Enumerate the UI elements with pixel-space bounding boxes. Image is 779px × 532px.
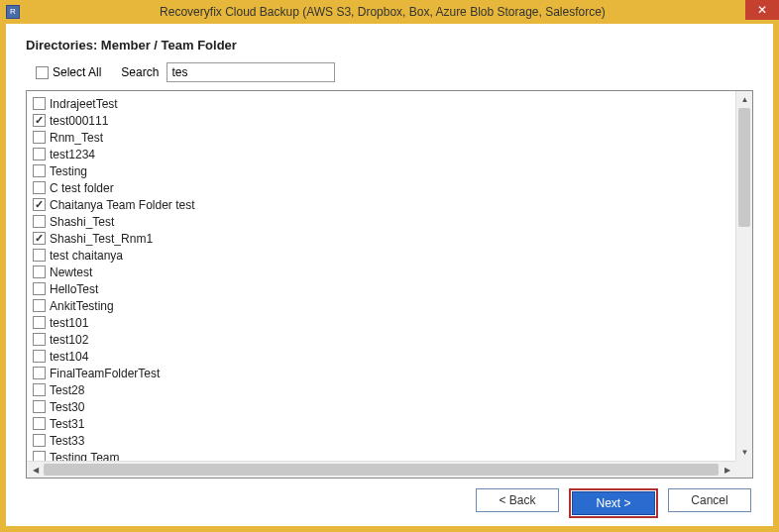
folder-label[interactable]: Test33 [50, 434, 84, 448]
list-item: C test folder [33, 179, 729, 196]
list-item: Testing Team [33, 449, 729, 461]
folder-label[interactable]: AnkitTesting [50, 299, 114, 313]
folder-checkbox[interactable] [33, 350, 46, 363]
folder-checkbox[interactable] [33, 181, 46, 194]
page-heading: Directories: Member / Team Folder [26, 38, 753, 53]
app-window: R Recoveryfix Cloud Backup (AWS S3, Drop… [0, 0, 779, 532]
vscroll-thumb[interactable] [738, 108, 750, 227]
folder-label[interactable]: Rnm_Test [50, 131, 103, 145]
controls-row: Select All Search [36, 62, 753, 82]
list-item: Shashi_Test_Rnm1 [33, 230, 729, 247]
folder-label[interactable]: HelloTest [50, 282, 98, 296]
folder-label[interactable]: FinalTeamFolderTest [50, 367, 160, 380]
list-item: test101 [33, 314, 729, 331]
folder-label[interactable]: test1234 [50, 148, 95, 161]
content-area: Directories: Member / Team Folder Select… [6, 24, 773, 526]
folder-checkbox[interactable] [33, 97, 46, 110]
folder-checkbox[interactable] [33, 131, 46, 144]
list-item: Test30 [33, 398, 729, 415]
hscroll-thumb[interactable] [44, 464, 719, 476]
cancel-button[interactable]: Cancel [668, 488, 751, 512]
folder-label[interactable]: Shashi_Test [50, 215, 114, 229]
titlebar: R Recoveryfix Cloud Backup (AWS S3, Drop… [0, 0, 779, 24]
folder-checkbox[interactable] [33, 232, 46, 245]
folder-checkbox[interactable] [33, 148, 46, 160]
list-item: test104 [33, 348, 729, 365]
folder-label[interactable]: Test28 [50, 383, 84, 397]
select-all-checkbox[interactable] [36, 66, 49, 79]
folder-label[interactable]: test101 [50, 316, 88, 330]
close-button[interactable]: ✕ [745, 0, 779, 20]
folder-checkbox[interactable] [33, 367, 46, 379]
list-item: Testing [33, 162, 729, 179]
folder-label[interactable]: test chaitanya [50, 249, 123, 263]
list-item: FinalTeamFolderTest [33, 365, 729, 381]
back-button-wrap: < Back [476, 488, 559, 518]
list-item: HelloTest [33, 280, 729, 297]
list-item: Test31 [33, 415, 729, 432]
folder-label[interactable]: test102 [50, 333, 88, 347]
scroll-corner [735, 461, 752, 478]
folder-checkbox[interactable] [33, 164, 46, 177]
folder-checkbox[interactable] [33, 316, 46, 329]
scroll-down-icon[interactable]: ▼ [736, 444, 753, 461]
search-group: Search [121, 62, 335, 82]
list-item: test chaitanya [33, 247, 729, 264]
folder-checkbox[interactable] [33, 282, 46, 295]
folder-label[interactable]: Test31 [50, 417, 84, 431]
app-icon: R [6, 5, 20, 19]
folder-checkbox[interactable] [33, 198, 46, 211]
folder-label[interactable]: IndrajeetTest [50, 97, 118, 111]
folder-checkbox[interactable] [33, 299, 46, 312]
folder-checkbox[interactable] [33, 266, 46, 278]
search-input[interactable] [167, 62, 335, 82]
next-button[interactable]: Next > [572, 491, 655, 515]
folder-label[interactable]: Newtest [50, 266, 92, 279]
window-title: Recoveryfix Cloud Backup (AWS S3, Dropbo… [26, 5, 779, 19]
folder-checkbox[interactable] [33, 417, 46, 430]
vertical-scrollbar[interactable]: ▲ ▼ [735, 91, 752, 461]
scroll-right-icon[interactable]: ▶ [719, 462, 735, 479]
list-item: test000111 [33, 112, 729, 129]
list-item: Shashi_Test [33, 213, 729, 230]
search-label: Search [121, 65, 159, 79]
list-item: AnkitTesting [33, 297, 729, 314]
folder-label[interactable]: Testing [50, 164, 87, 178]
list-item: Newtest [33, 264, 729, 280]
scroll-up-icon[interactable]: ▲ [736, 91, 753, 108]
folder-checkbox[interactable] [33, 249, 46, 262]
folder-checkbox[interactable] [33, 333, 46, 346]
folder-checkbox[interactable] [33, 400, 46, 413]
cancel-button-wrap: Cancel [668, 488, 751, 518]
folder-label[interactable]: test104 [50, 350, 88, 364]
folder-checkbox[interactable] [33, 451, 46, 461]
folder-checkbox[interactable] [33, 215, 46, 228]
list-item: test102 [33, 331, 729, 348]
folder-checkbox[interactable] [33, 383, 46, 396]
folder-label[interactable]: Testing Team [50, 451, 119, 462]
folder-label[interactable]: test000111 [50, 114, 108, 128]
list-item: IndrajeetTest [33, 95, 729, 112]
next-button-highlight: Next > [569, 488, 658, 518]
select-all-group: Select All [36, 65, 101, 79]
vscroll-track[interactable] [736, 108, 752, 444]
list-item: Chaitanya Team Folder test [33, 196, 729, 213]
list-item: Test33 [33, 432, 729, 449]
folder-label[interactable]: Shashi_Test_Rnm1 [50, 232, 153, 246]
folder-label[interactable]: C test folder [50, 181, 114, 195]
list-item: Rnm_Test [33, 129, 729, 146]
horizontal-scrollbar[interactable]: ◀ ▶ [27, 461, 735, 478]
folder-label[interactable]: Test30 [50, 400, 84, 414]
list-item: Test28 [33, 381, 729, 398]
back-button[interactable]: < Back [476, 488, 559, 512]
folder-label[interactable]: Chaitanya Team Folder test [50, 198, 195, 212]
folder-list: IndrajeetTesttest000111Rnm_Testtest1234T… [27, 91, 735, 461]
button-row: < Back Next > Cancel [26, 479, 753, 518]
folder-checkbox[interactable] [33, 434, 46, 447]
folder-list-container: IndrajeetTesttest000111Rnm_Testtest1234T… [26, 90, 753, 479]
folder-checkbox[interactable] [33, 114, 46, 127]
scroll-left-icon[interactable]: ◀ [27, 462, 44, 479]
list-item: test1234 [33, 146, 729, 162]
select-all-label: Select All [53, 65, 101, 79]
